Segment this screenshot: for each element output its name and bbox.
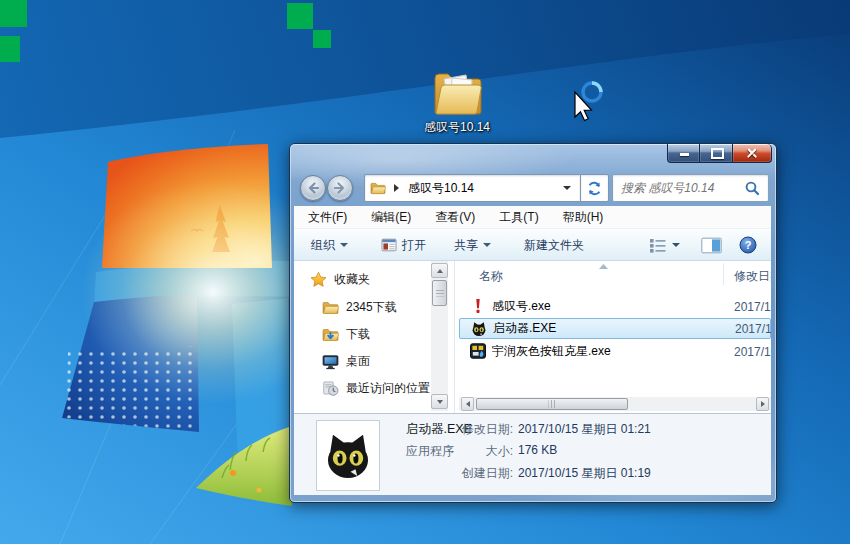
maximize-button[interactable] <box>700 144 732 163</box>
open-button[interactable]: 打开 <box>381 229 426 261</box>
sidebar-item-favorites[interactable]: 收藏夹 <box>310 269 370 289</box>
scroll-right-button[interactable] <box>756 397 769 411</box>
search-input[interactable] <box>613 181 744 195</box>
horizontal-scrollbar-thumb[interactable] <box>476 398 628 410</box>
open-app-icon <box>381 237 397 253</box>
breadcrumb-path: 感叹号10.14 <box>408 180 474 197</box>
close-button[interactable] <box>732 144 772 163</box>
sidebar-item-downloads[interactable]: 下载 <box>322 324 370 344</box>
content-area: 收藏夹 2345下载 下载 桌面 最近访问的位置 <box>294 261 771 413</box>
nav-history-dropdown[interactable] <box>355 186 363 190</box>
black-cat-icon <box>471 321 487 337</box>
artifact-green-square <box>0 0 27 27</box>
sidebar-item-desktop[interactable]: 桌面 <box>322 351 370 371</box>
menu-help[interactable]: 帮助(H) <box>563 209 604 226</box>
artifact-green-square <box>0 36 20 62</box>
pane-splitter[interactable] <box>454 261 455 413</box>
caret-down-icon <box>483 243 491 247</box>
preview-pane-button[interactable] <box>701 229 722 261</box>
details-modified-label: 修改日期: <box>398 421 513 438</box>
sidebar-item-recent-places[interactable]: 最近访问的位置 <box>322 378 430 398</box>
refresh-icon <box>586 180 603 197</box>
command-toolbar: 组织 打开 共享 新建文件夹 <box>294 229 771 261</box>
scroll-up-button[interactable] <box>431 263 448 278</box>
column-header-name[interactable]: 名称 <box>479 268 503 285</box>
desktop: 感叹号10.14 <box>0 0 850 544</box>
sidebar-scrollbar-thumb[interactable] <box>432 280 447 306</box>
back-arrow-icon <box>305 180 321 196</box>
details-size-value: 176 KB <box>518 443 557 457</box>
address-bar[interactable]: 感叹号10.14 <box>364 174 580 202</box>
new-folder-button[interactable]: 新建文件夹 <box>524 229 584 261</box>
back-button[interactable] <box>300 175 326 201</box>
black-cat-icon <box>323 429 373 483</box>
refresh-button[interactable] <box>580 174 609 202</box>
explorer-window: 感叹号10.14 文件(F) 编辑(E) 查看(V) 工具(T) <box>289 143 777 503</box>
folder-icon <box>322 299 339 316</box>
address-folder-icon <box>370 180 386 196</box>
forward-button[interactable] <box>327 175 353 201</box>
downloads-folder-icon <box>322 326 339 343</box>
column-divider[interactable] <box>723 263 724 285</box>
address-dropdown-caret[interactable] <box>563 186 571 190</box>
menu-tools[interactable]: 工具(T) <box>499 209 538 226</box>
sidebar-item-2345-downloads[interactable]: 2345下载 <box>322 297 397 317</box>
column-header-modified[interactable]: 修改日期 <box>734 268 771 285</box>
minimize-icon <box>680 153 689 156</box>
maximize-icon <box>711 148 724 159</box>
help-icon: ? <box>739 236 757 254</box>
file-row-yurun[interactable]: 宇润灰色按钮克星.exe 2017/10/15 <box>459 341 771 362</box>
desktop-folder-icon[interactable]: 感叹号10.14 <box>408 66 506 144</box>
file-row-gantanhao[interactable]: 感叹号.exe 2017/10/15 <box>459 296 771 317</box>
caret-down-icon <box>672 243 680 247</box>
forward-arrow-icon <box>332 180 348 196</box>
details-pane: 启动器.EXE 应用程序 修改日期: 2017/10/15 星期日 01:21 … <box>294 413 771 495</box>
search-icon <box>744 180 761 197</box>
caption-buttons <box>667 144 772 163</box>
scroll-down-button[interactable] <box>431 394 448 409</box>
desktop-folder-label: 感叹号10.14 <box>408 119 506 136</box>
file-thumbnail <box>316 420 380 491</box>
help-button[interactable]: ? <box>739 229 757 261</box>
scroll-left-button[interactable] <box>461 397 474 411</box>
details-modified-value: 2017/10/15 星期日 01:21 <box>518 421 651 438</box>
caret-down-icon <box>340 243 348 247</box>
details-created-value: 2017/10/15 星期日 01:19 <box>518 465 651 482</box>
share-button[interactable]: 共享 <box>454 229 491 261</box>
recent-places-icon <box>322 380 339 397</box>
preview-pane-icon <box>701 237 722 254</box>
search-box <box>612 174 769 202</box>
star-icon <box>310 271 327 288</box>
views-list-icon <box>649 238 667 253</box>
file-row-qidongqi-selected[interactable]: 启动器.EXE 2017/10/15 <box>459 318 771 339</box>
file-list: 名称 修改日期 感叹号.exe 2017/10/15 启动器.EXE 2017/… <box>459 261 771 413</box>
details-size-label: 大小: <box>398 443 513 460</box>
menu-view[interactable]: 查看(V) <box>435 209 475 226</box>
views-button[interactable] <box>649 229 680 261</box>
minimize-button[interactable] <box>667 144 700 163</box>
close-icon <box>746 147 758 159</box>
sort-ascending-icon <box>599 264 608 269</box>
organize-button[interactable]: 组织 <box>311 229 348 261</box>
artifact-green-square <box>313 30 331 48</box>
breadcrumb-arrow-icon <box>394 184 399 192</box>
folder-icon <box>428 66 486 118</box>
monitor-icon <box>322 353 339 370</box>
menu-edit[interactable]: 编辑(E) <box>371 209 411 226</box>
yurun-app-icon <box>470 343 486 359</box>
menu-file[interactable]: 文件(F) <box>308 209 347 226</box>
artifact-green-square <box>287 3 313 29</box>
menu-bar: 文件(F) 编辑(E) 查看(V) 工具(T) 帮助(H) <box>294 206 771 229</box>
details-created-label: 创建日期: <box>398 465 513 482</box>
svg-text:?: ? <box>745 239 752 251</box>
red-exclamation-icon <box>470 298 486 314</box>
